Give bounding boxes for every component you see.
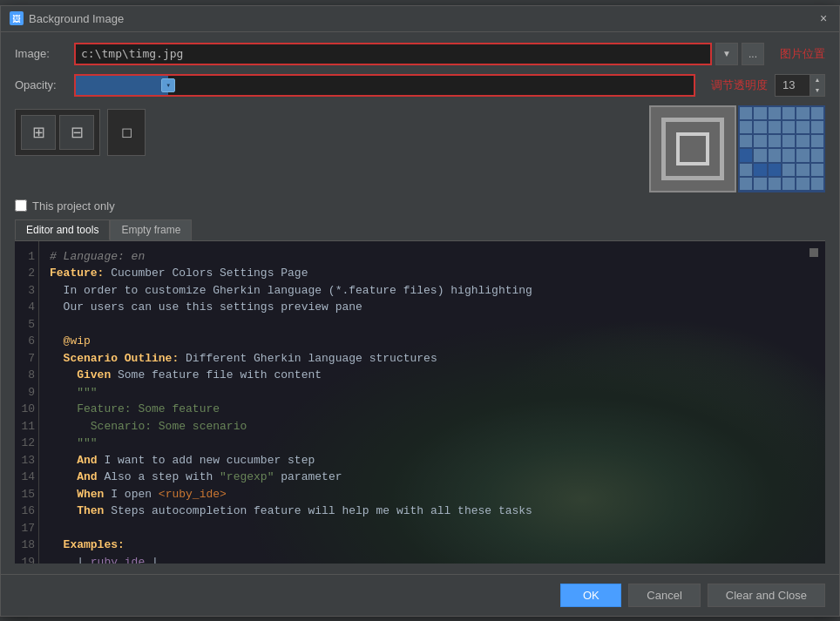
- code-line-9: """: [50, 384, 815, 402]
- line-num: 9: [18, 384, 35, 402]
- image-row: Image: ▼ ... 图片位置: [15, 43, 825, 65]
- opacity-value-display: 13: [775, 74, 810, 97]
- grid-cell: [796, 164, 809, 176]
- opacity-increment-button[interactable]: ▲: [810, 75, 824, 85]
- grid-cell: [754, 121, 766, 133]
- line-num: 7: [18, 350, 35, 368]
- opacity-decrement-button[interactable]: ▼: [810, 85, 824, 96]
- image-label: Image:: [15, 47, 67, 60]
- grid-cell: [740, 164, 752, 176]
- code-line-14: And Also a step with "regexp" parameter: [50, 469, 815, 486]
- line-num: 13: [18, 452, 35, 469]
- code-line-15: When I open <ruby_ide>: [50, 486, 815, 503]
- opacity-value-box: 13 ▲ ▼: [775, 74, 825, 97]
- grid-cell: [811, 135, 823, 147]
- image-input-group: ▼ ...: [74, 43, 764, 65]
- grid-cell: [782, 149, 795, 161]
- code-line-18: Examples:: [50, 537, 815, 554]
- grid-cell: [811, 121, 823, 133]
- opacity-slider[interactable]: [74, 74, 695, 97]
- line-num: 6: [18, 333, 35, 350]
- line-num: 15: [18, 486, 35, 503]
- cancel-button[interactable]: Cancel: [628, 584, 700, 607]
- opacity-spinner[interactable]: ▲ ▼: [810, 74, 825, 97]
- grid-cell: [769, 149, 781, 161]
- grid-cell: [796, 149, 809, 161]
- code-content: # Language: en Feature: Cucumber Colors …: [39, 241, 825, 564]
- grid-cell: [796, 178, 809, 190]
- grid-cell: [754, 107, 766, 119]
- grid-cell: [769, 178, 781, 190]
- grid-cell: [769, 135, 781, 147]
- image-dropdown-button[interactable]: ▼: [715, 43, 738, 65]
- image-path-input[interactable]: [74, 43, 712, 65]
- grid-cell: [796, 107, 809, 119]
- clear-and-close-button[interactable]: Clear and Close: [708, 584, 825, 607]
- line-num: 1: [18, 248, 35, 266]
- code-line-11: Scenario: Some scenario: [50, 418, 815, 435]
- code-line-10: Feature: Some feature: [50, 401, 815, 418]
- grid-cell: [740, 149, 752, 161]
- code-line-6: @wip: [50, 333, 815, 350]
- grid-cell: [740, 107, 752, 119]
- background-image-dialog: 🖼 Background Image × Image: ▼ ... 图片位置 O…: [0, 5, 840, 617]
- stretch-layout-button[interactable]: ⊟: [59, 115, 94, 150]
- grid-cell: [796, 121, 809, 133]
- title-bar-left: 🖼 Background Image: [10, 11, 124, 25]
- line-num: 16: [18, 503, 35, 520]
- code-line-2: Feature: Cucumber Colors Settings Page: [50, 265, 815, 282]
- tabs-row: Editor and tools Empty frame: [15, 219, 825, 241]
- grid-cell: [754, 164, 766, 176]
- tab-editor-tools[interactable]: Editor and tools: [15, 219, 110, 240]
- grid-cell: [769, 107, 781, 119]
- image-browse-button[interactable]: ...: [742, 43, 764, 65]
- grid-cell: [811, 178, 823, 190]
- grid-cell: [782, 135, 795, 147]
- code-line-4: Our users can use this settings preview …: [50, 299, 815, 316]
- line-numbers: 1 2 3 4 5 6 7 8 9 10 11 12 13 14 15 16 1…: [15, 241, 39, 564]
- line-num: 10: [18, 401, 35, 418]
- grid-cell: [811, 107, 823, 119]
- preview-thumbnails: [649, 105, 825, 192]
- dialog-icon: 🖼: [10, 11, 24, 25]
- title-bar: 🖼 Background Image ×: [1, 6, 839, 32]
- ok-button[interactable]: OK: [560, 584, 621, 607]
- code-line-3: In order to customize Gherkin language (…: [50, 282, 815, 300]
- tab-empty-frame[interactable]: Empty frame: [110, 219, 192, 240]
- project-only-label: This project only: [32, 199, 115, 213]
- scrollbar-indicator: [810, 248, 818, 257]
- opacity-label: Opacity:: [15, 78, 67, 91]
- code-line-7: Scenario Outline: Different Gherkin lang…: [50, 350, 815, 368]
- code-editor-preview: 1 2 3 4 5 6 7 8 9 10 11 12 13 14 15 16 1…: [15, 241, 825, 564]
- line-num: 5: [18, 316, 35, 334]
- close-button[interactable]: ×: [816, 11, 830, 25]
- project-only-checkbox[interactable]: [15, 199, 27, 212]
- line-num: 8: [18, 367, 35, 384]
- grid-cell: [782, 164, 795, 176]
- dialog-body: Image: ▼ ... 图片位置 Opacity: 调节透明度 13 ▲ ▼: [1, 32, 839, 574]
- image-hint: 图片位置: [780, 46, 825, 62]
- line-num: 4: [18, 299, 35, 316]
- code-line-5: [50, 316, 815, 334]
- line-num: 18: [18, 537, 35, 554]
- grid-cell: [740, 178, 752, 190]
- line-num: 14: [18, 469, 35, 486]
- grid-cell: [811, 164, 823, 176]
- code-line-1: # Language: en: [50, 248, 815, 266]
- dialog-title: Background Image: [29, 12, 124, 25]
- thumb-inner-frame: [676, 132, 709, 165]
- grid-cell: [782, 178, 795, 190]
- grid-cell: [782, 121, 795, 133]
- line-num: 2: [18, 265, 35, 282]
- code-line-12: """: [50, 435, 815, 452]
- code-line-8: Given Some feature file with content: [50, 367, 815, 384]
- center-layout-button[interactable]: ◻: [107, 109, 146, 156]
- grid-cell: [754, 178, 766, 190]
- grid-cell: [754, 149, 766, 161]
- grid-cell: [782, 107, 795, 119]
- layout-options: ⊞ ⊟: [15, 109, 100, 156]
- slider-thumb[interactable]: [161, 78, 175, 92]
- tile-layout-button[interactable]: ⊞: [21, 115, 56, 150]
- opacity-row: Opacity: 调节透明度 13 ▲ ▼: [15, 74, 825, 97]
- line-num: 3: [18, 282, 35, 300]
